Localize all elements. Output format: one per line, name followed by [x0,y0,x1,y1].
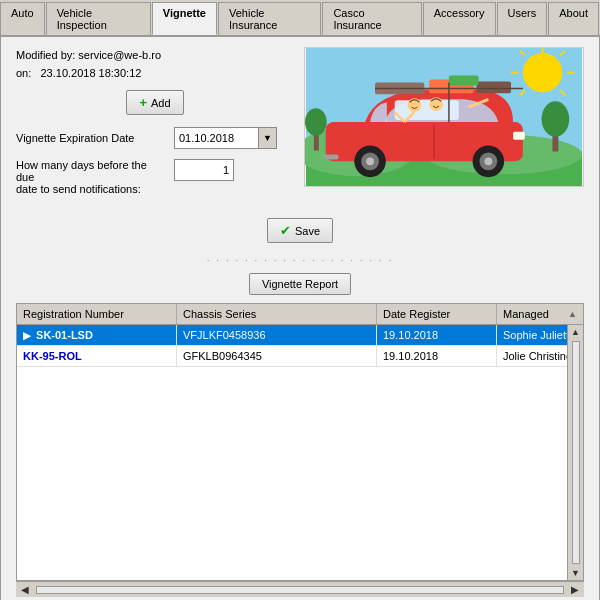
table-row[interactable]: KK-95-ROL GFKLB0964345 19.10.2018 Jolie … [17,346,567,367]
expiry-date-input[interactable] [174,127,259,149]
tab-vehicle-insurance[interactable]: Vehicle Insurance [218,2,321,35]
tab-users[interactable]: Users [497,2,548,35]
tab-casco-insurance[interactable]: Casco Insurance [322,2,421,35]
svg-point-30 [484,157,492,165]
svg-rect-33 [324,154,339,159]
add-label: Add [151,97,171,109]
save-row: ✔ Save [16,218,584,243]
managed-cell: Jolie Christine [497,346,567,366]
reg-number-cell: ▶ SK-01-LSD [17,325,177,345]
date-cell: 19.10.2018 [377,346,497,366]
add-button[interactable]: + Add [126,90,183,115]
report-row: Vignette Report [16,273,584,295]
add-btn-row: + Add [16,90,294,115]
tab-vehicle-inspection[interactable]: Vehicle Inspection [46,2,151,35]
table-row[interactable]: ▶ SK-01-LSD VFJLKF0458936 19.10.2018 Sop… [17,325,567,346]
svg-point-35 [542,101,570,136]
save-label: Save [295,225,320,237]
on-date-value: 23.10.2018 18:30:12 [40,67,141,79]
scroll-up-arrow[interactable]: ▲ [569,325,582,339]
top-section: Modified by: service@we-b.ro on: 23.10.2… [16,47,584,205]
notification-days-input[interactable] [174,159,234,181]
svg-point-27 [366,157,374,165]
horizontal-scrollbar[interactable]: ◀ ▶ [16,581,584,597]
sort-arrow-icon: ▲ [568,309,577,319]
scroll-right-arrow[interactable]: ▶ [568,584,582,595]
row-indicator: ▶ [23,330,31,341]
meta-info: Modified by: service@we-b.ro on: 23.10.2… [16,47,294,82]
date-dropdown-arrow[interactable]: ▼ [259,127,277,149]
table-rows-area: ▶ SK-01-LSD VFJLKF0458936 19.10.2018 Sop… [17,325,567,580]
on-date-row: on: 23.10.2018 18:30:12 [16,65,294,83]
svg-point-37 [305,108,327,136]
main-content: Modified by: service@we-b.ro on: 23.10.2… [0,37,600,600]
car-illustration [304,47,584,187]
scroll-down-arrow[interactable]: ▼ [569,566,582,580]
table-scroll-container: ▶ SK-01-LSD VFJLKF0458936 19.10.2018 Sop… [17,325,583,580]
chassis-cell: GFKLB0964345 [177,346,377,366]
tab-auto[interactable]: Auto [0,2,45,35]
managed-cell: Sophie Juliette [497,325,567,345]
tab-about[interactable]: About [548,2,599,35]
col-chassis: Chassis Series [177,304,377,324]
report-button[interactable]: Vignette Report [249,273,351,295]
reg-number-cell: KK-95-ROL [17,346,177,366]
modified-by-label: Modified by: service@we-b.ro [16,47,294,65]
svg-rect-32 [513,132,525,140]
scroll-left-arrow[interactable]: ◀ [18,584,32,595]
tab-accessory[interactable]: Accessory [423,2,496,35]
notif-row: How many days before the due date to sen… [16,159,294,195]
save-button[interactable]: ✔ Save [267,218,333,243]
expiry-label: Vignette Expiration Date [16,132,166,144]
col-managed: Managed ▲ [497,304,583,324]
divider: · · · · · · · · · · · · · · · · · · · · [16,255,584,266]
expiry-date-input-wrap: ▼ [174,127,277,149]
table-header: Registration Number Chassis Series Date … [17,304,583,325]
plus-icon: + [139,95,147,110]
date-cell: 19.10.2018 [377,325,497,345]
tab-vignette[interactable]: Vignette [152,2,217,35]
on-label: on: [16,67,31,79]
svg-point-1 [523,53,562,92]
report-label: Vignette Report [262,278,338,290]
col-reg-number: Registration Number [17,304,177,324]
form-section: Modified by: service@we-b.ro on: 23.10.2… [16,47,294,205]
notif-label: How many days before the due date to sen… [16,159,166,195]
data-table: Registration Number Chassis Series Date … [16,303,584,581]
svg-rect-22 [449,76,479,86]
save-icon: ✔ [280,223,291,238]
col-date: Date Register [377,304,497,324]
tab-bar: Auto Vehicle Inspection Vignette Vehicle… [0,0,600,37]
vertical-scrollbar[interactable]: ▲ ▼ [567,325,583,580]
h-scroll-track [36,586,564,594]
expiry-date-row: Vignette Expiration Date ▼ [16,127,294,149]
scroll-track [572,341,580,564]
svg-rect-21 [477,82,512,94]
chassis-cell: VFJLKF0458936 [177,325,377,345]
